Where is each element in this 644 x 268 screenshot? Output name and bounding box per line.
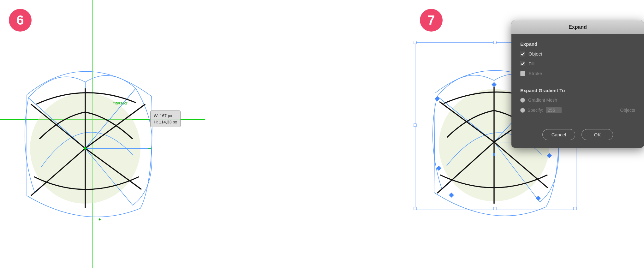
dialog-body: Expand Object Fill Stroke Expand Gradien… xyxy=(511,34,644,124)
step-badge-6: 6 xyxy=(9,9,32,32)
specify-label: Specify: xyxy=(528,108,543,113)
svg-rect-16 xyxy=(414,207,416,210)
object-checkbox-label: Object xyxy=(528,51,542,57)
svg-line-20 xyxy=(434,93,435,193)
panel-7: 7 xyxy=(205,0,644,268)
svg-marker-31 xyxy=(449,193,454,198)
tooltip-width: W: 167 px xyxy=(154,113,177,119)
panel-6-illustration: ↔ ✦ xyxy=(9,41,196,246)
dialog-title: Expand xyxy=(569,24,587,30)
specify-input[interactable] xyxy=(546,107,562,113)
svg-marker-29 xyxy=(436,166,441,171)
dimension-tooltip: W: 167 px H: 114,33 px xyxy=(150,110,181,127)
object-checkbox-row[interactable]: Object xyxy=(520,51,635,57)
dialog-divider xyxy=(520,82,635,82)
svg-text:↔: ↔ xyxy=(147,146,152,151)
cancel-button[interactable]: Cancel xyxy=(542,129,575,140)
gradient-mesh-radio-row[interactable]: Gradient Mesh xyxy=(520,98,635,103)
svg-rect-11 xyxy=(414,41,416,44)
stroke-checkbox-row[interactable]: Stroke xyxy=(520,71,635,76)
expand-section-label: Expand xyxy=(520,41,635,47)
badge-7-label: 7 xyxy=(427,13,435,28)
tooltip-height: H: 114,33 px xyxy=(154,119,177,125)
step-badge-7: 7 xyxy=(420,9,443,32)
svg-rect-18 xyxy=(574,207,576,210)
fill-checkbox-label: Fill xyxy=(528,61,534,66)
svg-text:✦: ✦ xyxy=(98,217,102,222)
gradient-mesh-radio[interactable] xyxy=(520,98,525,103)
specify-radio[interactable] xyxy=(520,108,525,113)
gradient-mesh-label: Gradient Mesh xyxy=(528,98,557,103)
object-checkbox[interactable] xyxy=(520,51,525,57)
objects-label: Objects xyxy=(620,108,635,113)
svg-marker-26 xyxy=(492,82,497,87)
stroke-checkbox-label: Stroke xyxy=(528,71,542,76)
gradient-section-label: Expand Gradient To xyxy=(520,88,635,93)
badge-6-label: 6 xyxy=(16,13,24,28)
svg-marker-27 xyxy=(435,96,440,101)
expand-dialog: Expand Expand Object Fill Stroke Expand … xyxy=(511,21,644,148)
svg-rect-12 xyxy=(493,41,496,44)
svg-marker-32 xyxy=(536,196,541,201)
dialog-buttons: Cancel OK xyxy=(511,124,644,148)
dialog-titlebar: Expand xyxy=(511,21,644,34)
svg-rect-17 xyxy=(493,207,496,210)
svg-point-7 xyxy=(84,147,86,150)
specify-radio-row[interactable]: Specify: Objects xyxy=(520,107,635,113)
ok-button[interactable]: OK xyxy=(581,129,613,140)
stroke-checkbox[interactable] xyxy=(520,71,525,76)
svg-rect-14 xyxy=(414,124,416,127)
svg-rect-33 xyxy=(493,153,495,156)
fill-checkbox[interactable] xyxy=(520,61,525,66)
panel-6: 6 Intersect W: 167 px H: 114,33 px xyxy=(0,0,205,268)
fill-checkbox-row[interactable]: Fill xyxy=(520,61,635,66)
